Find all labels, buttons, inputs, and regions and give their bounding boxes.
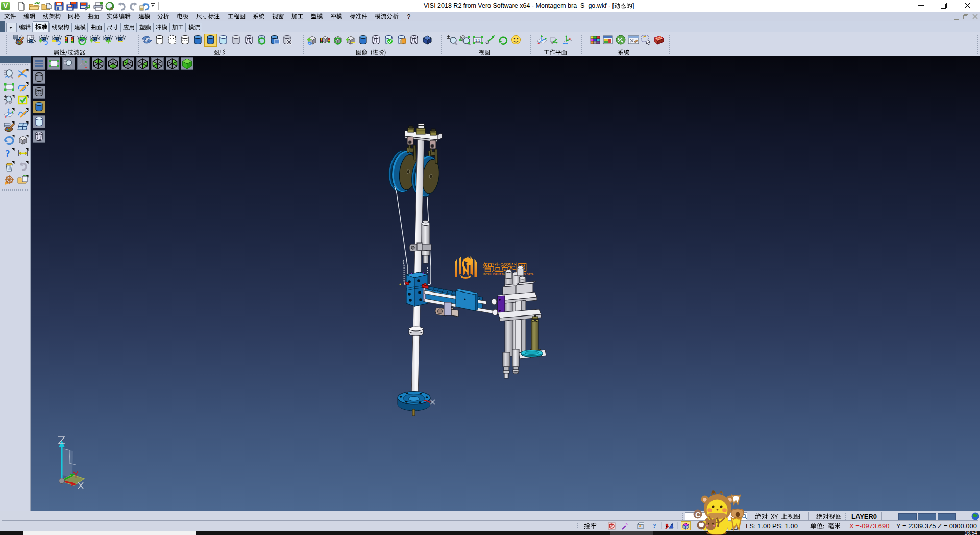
svg-text:1:1: 1:1 [475, 39, 480, 42]
svg-text:C: C [695, 510, 701, 519]
svg-text:?: ? [5, 148, 10, 158]
